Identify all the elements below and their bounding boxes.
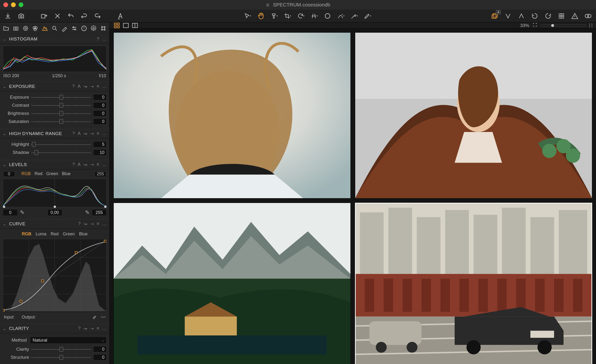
- thumbnail-1[interactable]: [113, 32, 351, 198]
- levels-mode-blue[interactable]: Blue: [60, 171, 73, 176]
- slider-value[interactable]: 5: [93, 141, 107, 147]
- curve-mode-luma[interactable]: Luma: [36, 232, 46, 237]
- histogram-chart[interactable]: [3, 46, 107, 72]
- more-icon[interactable]: …: [102, 326, 107, 331]
- focus-mask-icon[interactable]: [585, 12, 592, 20]
- levels-low-value[interactable]: 0: [3, 209, 18, 216]
- capture-icon[interactable]: [18, 12, 25, 20]
- link-icon[interactable]: ↝: [83, 326, 87, 331]
- output-tab-icon[interactable]: [90, 25, 97, 32]
- preset-icon[interactable]: ≡: [97, 131, 99, 136]
- slider-value[interactable]: 0: [93, 346, 107, 352]
- levels-range-low[interactable]: 0: [3, 171, 15, 177]
- panel-hdr-header[interactable]: ⌄ HIGH DYNAMIC RANGE ? A ↝ ⇢ ≡ …: [0, 129, 109, 138]
- levels-range-high[interactable]: 255: [95, 171, 106, 177]
- thumbnail-4[interactable]: [355, 203, 592, 364]
- white-picker-icon[interactable]: ✎: [85, 209, 89, 216]
- zoom-window-button[interactable]: [19, 2, 23, 7]
- loupe-tool-icon[interactable]: ▾: [271, 12, 278, 20]
- help-icon[interactable]: ?: [78, 221, 81, 226]
- more-icon[interactable]: …: [102, 221, 107, 226]
- single-view-icon[interactable]: [123, 23, 129, 28]
- close-window-button[interactable]: [3, 2, 8, 7]
- panel-exposure-header[interactable]: ⌄ EXPOSURE ? A ↝ ⇢ ≡ …: [0, 82, 109, 91]
- slider-thumb[interactable]: [59, 103, 63, 108]
- curve-mode-blue[interactable]: Blue: [79, 232, 88, 237]
- link-icon[interactable]: ↝: [83, 162, 87, 167]
- copy-icon[interactable]: ⇢: [90, 131, 94, 136]
- minimize-window-button[interactable]: [11, 2, 16, 7]
- slider-track[interactable]: [31, 110, 91, 116]
- slider-thumb[interactable]: [59, 347, 63, 352]
- levels-mode-rgb[interactable]: RGB: [20, 171, 33, 176]
- slider-value[interactable]: 0: [93, 354, 107, 360]
- slider-track[interactable]: [31, 94, 91, 100]
- more-icon[interactable]: …: [102, 131, 107, 136]
- slider-thumb[interactable]: [59, 119, 63, 124]
- text-tool-icon[interactable]: [117, 12, 124, 20]
- local-tab-icon[interactable]: [61, 25, 68, 32]
- zoom-slider-thumb[interactable]: [551, 24, 554, 27]
- grid-view-icon[interactable]: [113, 23, 120, 28]
- slider-value[interactable]: 10: [93, 149, 107, 156]
- levels-mode-red[interactable]: Red: [33, 171, 44, 176]
- curve-mode-red[interactable]: Red: [51, 232, 58, 237]
- thumbnail-2[interactable]: [355, 32, 592, 198]
- panel-histogram-header[interactable]: ⌄ HISTOGRAM ?…: [0, 34, 109, 44]
- method-select[interactable]: Natural ⌄: [30, 337, 107, 344]
- warning-icon[interactable]: [571, 12, 578, 20]
- capture-tab-icon[interactable]: [13, 25, 19, 32]
- levels-low-handle[interactable]: [3, 206, 5, 208]
- help-icon[interactable]: ?: [97, 37, 99, 42]
- slider-track[interactable]: [31, 150, 91, 155]
- eyedropper-tool-icon[interactable]: ▾: [351, 12, 358, 20]
- curve-chart[interactable]: [3, 239, 107, 313]
- link-icon[interactable]: ↝: [83, 84, 87, 89]
- help-icon[interactable]: ?: [72, 131, 75, 136]
- levels-mode-green[interactable]: Green: [44, 171, 60, 176]
- rotate-left-icon[interactable]: [531, 12, 538, 20]
- lens-tab-icon[interactable]: [22, 25, 29, 32]
- preset-icon[interactable]: ≡: [97, 162, 99, 167]
- panel-clarity-header[interactable]: ⌄ CLARITY ? ↝ ⇢ ≡ …: [0, 324, 109, 333]
- draw-tool-icon[interactable]: ▾: [364, 12, 371, 20]
- more-icon[interactable]: …: [102, 84, 107, 89]
- delete-icon[interactable]: [54, 12, 61, 20]
- rotate-tool-icon[interactable]: ▾: [297, 12, 305, 20]
- auto-icon[interactable]: A: [78, 162, 81, 167]
- undo2-icon[interactable]: [81, 12, 88, 20]
- adjust-tab-icon[interactable]: [71, 25, 77, 32]
- slider-value[interactable]: 0: [93, 118, 107, 124]
- details-tab-icon[interactable]: [52, 25, 58, 32]
- split-view-icon[interactable]: [132, 23, 138, 28]
- curve-mode-green[interactable]: Green: [63, 232, 75, 237]
- grid-overlay-icon[interactable]: [558, 12, 565, 20]
- help-icon[interactable]: ?: [78, 326, 81, 331]
- export-icon[interactable]: [41, 12, 48, 20]
- slider-thumb[interactable]: [59, 355, 63, 360]
- copy-icon[interactable]: ⇢: [90, 84, 94, 89]
- pan-tool-icon[interactable]: [257, 12, 264, 20]
- batch-tab-icon[interactable]: [100, 25, 107, 32]
- slider-track[interactable]: [31, 119, 91, 124]
- slider-thumb[interactable]: [59, 95, 63, 100]
- slider-value[interactable]: 0: [93, 102, 107, 108]
- library-tab-icon[interactable]: [3, 25, 9, 32]
- slider-value[interactable]: 0: [93, 110, 107, 116]
- link-icon[interactable]: ↝: [83, 131, 87, 136]
- keystone-tool-icon[interactable]: ▾: [311, 12, 318, 20]
- levels-mid-handle[interactable]: [54, 206, 56, 208]
- preset-icon[interactable]: ≡: [97, 221, 99, 226]
- black-picker-icon[interactable]: ✎: [20, 209, 24, 216]
- batch-queue-icon[interactable]: 4: [491, 12, 498, 20]
- move-down-icon[interactable]: [505, 12, 512, 20]
- import-icon[interactable]: [4, 12, 11, 20]
- levels-high-value[interactable]: 255: [92, 209, 107, 216]
- zoom-slider[interactable]: [541, 25, 586, 26]
- redo-icon[interactable]: [94, 12, 101, 20]
- pointer-tool-icon[interactable]: ▾: [244, 12, 251, 20]
- more-icon[interactable]: …: [102, 162, 107, 167]
- levels-high-handle[interactable]: [104, 206, 107, 208]
- auto-icon[interactable]: A: [78, 131, 81, 136]
- preset-icon[interactable]: ≡: [97, 326, 99, 331]
